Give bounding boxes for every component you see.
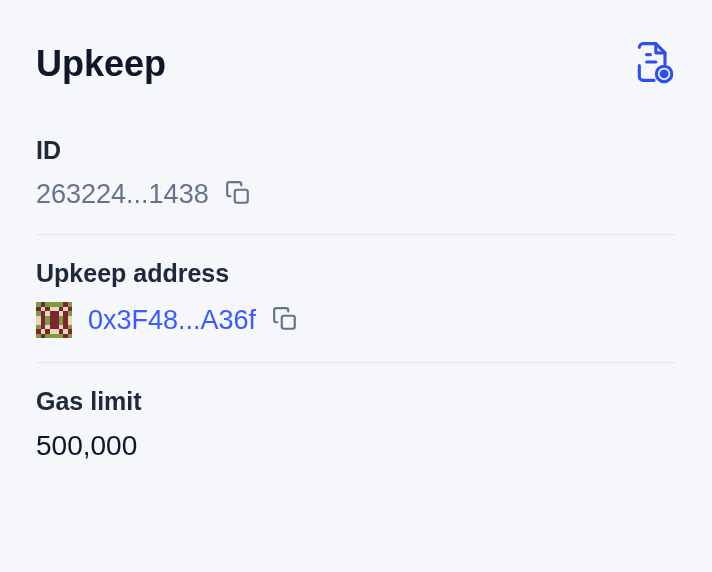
copy-id-button[interactable] — [225, 180, 251, 209]
svg-rect-25 — [50, 320, 59, 325]
gas-limit-field: Gas limit 500,000 — [36, 387, 676, 462]
id-value-row: 263224...1438 — [36, 179, 676, 210]
address-value-row: 0x3F48...A36f — [36, 302, 676, 338]
divider — [36, 234, 676, 235]
svg-rect-10 — [59, 307, 64, 312]
svg-rect-32 — [63, 325, 68, 330]
upkeep-card: Upkeep ID 263224...1438 — [36, 40, 676, 462]
svg-rect-28 — [41, 325, 46, 330]
svg-rect-22 — [68, 316, 73, 321]
copy-icon — [272, 306, 298, 335]
address-identicon — [36, 302, 72, 338]
svg-rect-40 — [41, 334, 46, 339]
svg-rect-5 — [63, 302, 68, 307]
gas-limit-value: 500,000 — [36, 430, 137, 462]
svg-rect-11 — [63, 307, 68, 312]
svg-rect-26 — [63, 320, 68, 325]
svg-rect-21 — [63, 316, 68, 321]
svg-rect-36 — [50, 329, 59, 334]
gas-limit-value-row: 500,000 — [36, 430, 676, 462]
svg-rect-8 — [45, 307, 50, 312]
svg-rect-37 — [59, 329, 64, 334]
svg-rect-17 — [63, 311, 68, 316]
copy-icon — [225, 180, 251, 209]
card-header: Upkeep — [36, 40, 676, 88]
id-value: 263224...1438 — [36, 179, 209, 210]
gas-limit-label: Gas limit — [36, 387, 676, 416]
svg-rect-24 — [41, 320, 46, 325]
svg-rect-7 — [41, 307, 46, 312]
svg-rect-16 — [59, 311, 64, 316]
svg-point-1 — [661, 71, 667, 77]
id-field: ID 263224...1438 — [36, 136, 676, 210]
address-link[interactable]: 0x3F48...A36f — [88, 305, 256, 336]
address-label: Upkeep address — [36, 259, 676, 288]
svg-rect-31 — [59, 325, 64, 330]
svg-rect-34 — [41, 329, 46, 334]
divider — [36, 362, 676, 363]
svg-rect-2 — [234, 190, 247, 203]
svg-rect-30 — [50, 325, 59, 330]
svg-rect-13 — [41, 311, 46, 316]
svg-rect-33 — [36, 329, 41, 334]
copy-address-button[interactable] — [272, 306, 298, 335]
svg-rect-20 — [50, 316, 59, 321]
svg-rect-4 — [41, 302, 46, 307]
svg-rect-14 — [45, 311, 50, 316]
svg-rect-38 — [63, 329, 68, 334]
svg-rect-9 — [50, 307, 59, 312]
svg-rect-6 — [36, 307, 41, 312]
svg-rect-23 — [36, 320, 41, 325]
card-title: Upkeep — [36, 43, 166, 85]
svg-rect-35 — [45, 329, 50, 334]
address-field: Upkeep address — [36, 259, 676, 338]
svg-rect-12 — [68, 307, 73, 312]
svg-rect-19 — [41, 316, 46, 321]
svg-rect-39 — [68, 329, 73, 334]
svg-rect-29 — [45, 325, 50, 330]
svg-rect-27 — [68, 320, 73, 325]
document-config-icon — [632, 40, 676, 88]
svg-rect-42 — [282, 315, 295, 328]
svg-rect-15 — [50, 311, 59, 316]
id-label: ID — [36, 136, 676, 165]
svg-rect-18 — [36, 316, 41, 321]
svg-rect-41 — [63, 334, 68, 339]
